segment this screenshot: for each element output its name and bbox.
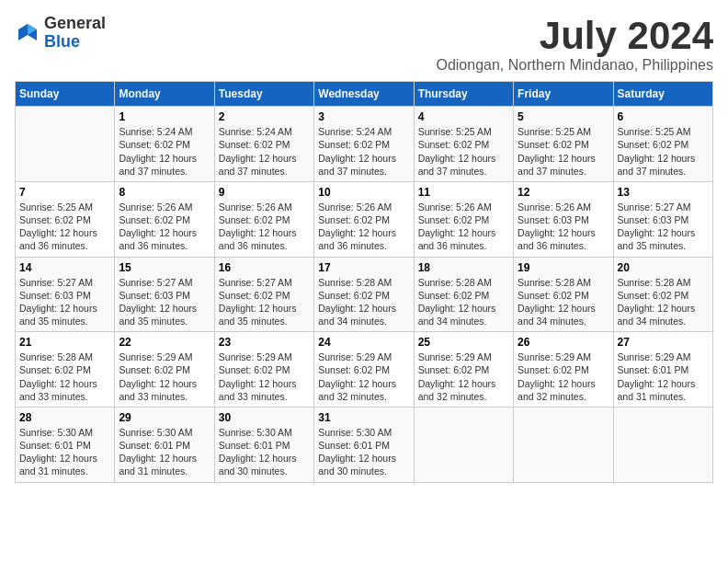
cell-content: Sunrise: 5:29 AM Sunset: 6:02 PM Dayligh… — [518, 350, 609, 403]
cell-content: Sunrise: 5:24 AM Sunset: 6:02 PM Dayligh… — [119, 125, 210, 178]
header-cell-friday: Friday — [514, 82, 613, 107]
calendar-cell: 14Sunrise: 5:27 AM Sunset: 6:03 PM Dayli… — [16, 257, 115, 332]
day-number: 7 — [19, 186, 110, 199]
cell-content: Sunrise: 5:26 AM Sunset: 6:02 PM Dayligh… — [318, 201, 409, 253]
header-cell-saturday: Saturday — [613, 82, 712, 107]
day-number: 17 — [318, 261, 409, 274]
day-number: 21 — [19, 336, 110, 349]
calendar-cell: 31Sunrise: 5:30 AM Sunset: 6:01 PM Dayli… — [314, 407, 414, 482]
day-number: 5 — [518, 110, 609, 123]
cell-content: Sunrise: 5:30 AM Sunset: 6:01 PM Dayligh… — [318, 426, 409, 478]
week-row: 1Sunrise: 5:24 AM Sunset: 6:02 PM Daylig… — [16, 107, 713, 182]
cell-content: Sunrise: 5:26 AM Sunset: 6:02 PM Dayligh… — [119, 201, 210, 253]
cell-content: Sunrise: 5:29 AM Sunset: 6:02 PM Dayligh… — [219, 350, 310, 403]
cell-content: Sunrise: 5:25 AM Sunset: 6:02 PM Dayligh… — [418, 125, 509, 178]
day-number: 1 — [119, 110, 210, 123]
calendar-cell: 27Sunrise: 5:29 AM Sunset: 6:01 PM Dayli… — [613, 332, 712, 408]
calendar-cell: 18Sunrise: 5:28 AM Sunset: 6:02 PM Dayli… — [414, 257, 513, 332]
calendar-cell: 22Sunrise: 5:29 AM Sunset: 6:02 PM Dayli… — [115, 332, 214, 408]
week-row: 14Sunrise: 5:27 AM Sunset: 6:03 PM Dayli… — [16, 257, 713, 332]
calendar-cell — [613, 407, 712, 482]
calendar-cell: 17Sunrise: 5:28 AM Sunset: 6:02 PM Dayli… — [314, 257, 414, 332]
day-number: 15 — [119, 261, 210, 274]
day-number: 28 — [19, 411, 110, 424]
calendar-cell: 2Sunrise: 5:24 AM Sunset: 6:02 PM Daylig… — [214, 107, 313, 182]
calendar-cell: 6Sunrise: 5:25 AM Sunset: 6:02 PM Daylig… — [613, 107, 712, 182]
calendar-cell: 12Sunrise: 5:26 AM Sunset: 6:03 PM Dayli… — [514, 181, 613, 257]
logo-text: General Blue — [44, 15, 106, 52]
cell-content: Sunrise: 5:28 AM Sunset: 6:02 PM Dayligh… — [318, 276, 409, 328]
calendar-cell: 5Sunrise: 5:25 AM Sunset: 6:02 PM Daylig… — [514, 107, 613, 182]
cell-content: Sunrise: 5:24 AM Sunset: 6:02 PM Dayligh… — [219, 125, 310, 178]
calendar-cell: 21Sunrise: 5:28 AM Sunset: 6:02 PM Dayli… — [16, 332, 115, 408]
day-number: 22 — [119, 336, 210, 349]
calendar-cell: 8Sunrise: 5:26 AM Sunset: 6:02 PM Daylig… — [115, 181, 214, 257]
week-row: 28Sunrise: 5:30 AM Sunset: 6:01 PM Dayli… — [16, 407, 713, 482]
day-number: 13 — [618, 186, 709, 199]
cell-content: Sunrise: 5:29 AM Sunset: 6:02 PM Dayligh… — [418, 350, 509, 403]
calendar-cell: 7Sunrise: 5:25 AM Sunset: 6:02 PM Daylig… — [16, 181, 115, 257]
calendar-cell: 25Sunrise: 5:29 AM Sunset: 6:02 PM Dayli… — [414, 332, 513, 408]
day-number: 24 — [318, 336, 409, 349]
day-number: 3 — [318, 110, 409, 123]
calendar-cell: 26Sunrise: 5:29 AM Sunset: 6:02 PM Dayli… — [514, 332, 613, 408]
header-cell-wednesday: Wednesday — [314, 82, 414, 107]
logo: General Blue — [15, 15, 106, 52]
cell-content: Sunrise: 5:25 AM Sunset: 6:02 PM Dayligh… — [518, 125, 609, 178]
cell-content: Sunrise: 5:28 AM Sunset: 6:02 PM Dayligh… — [618, 276, 709, 328]
calendar-cell: 15Sunrise: 5:27 AM Sunset: 6:03 PM Dayli… — [115, 257, 214, 332]
calendar-cell: 30Sunrise: 5:30 AM Sunset: 6:01 PM Dayli… — [214, 407, 313, 482]
cell-content: Sunrise: 5:28 AM Sunset: 6:02 PM Dayligh… — [418, 276, 509, 328]
day-number: 14 — [19, 261, 110, 274]
calendar-cell: 20Sunrise: 5:28 AM Sunset: 6:02 PM Dayli… — [613, 257, 712, 332]
cell-content: Sunrise: 5:27 AM Sunset: 6:03 PM Dayligh… — [119, 276, 210, 328]
logo-blue: Blue — [44, 33, 106, 52]
day-number: 31 — [318, 411, 409, 424]
header: General Blue July 2024 Odiongan, Norther… — [15, 15, 713, 74]
cell-content: Sunrise: 5:25 AM Sunset: 6:02 PM Dayligh… — [618, 125, 709, 178]
cell-content: Sunrise: 5:24 AM Sunset: 6:02 PM Dayligh… — [318, 125, 409, 178]
day-number: 4 — [418, 110, 509, 123]
calendar-cell: 19Sunrise: 5:28 AM Sunset: 6:02 PM Dayli… — [514, 257, 613, 332]
calendar-cell: 9Sunrise: 5:26 AM Sunset: 6:02 PM Daylig… — [214, 181, 313, 257]
day-number: 20 — [618, 261, 709, 274]
header-row: SundayMondayTuesdayWednesdayThursdayFrid… — [16, 82, 713, 107]
day-number: 29 — [119, 411, 210, 424]
calendar-cell: 28Sunrise: 5:30 AM Sunset: 6:01 PM Dayli… — [16, 407, 115, 482]
day-number: 6 — [618, 110, 709, 123]
cell-content: Sunrise: 5:30 AM Sunset: 6:01 PM Dayligh… — [19, 426, 110, 478]
calendar-cell — [414, 407, 513, 482]
calendar-cell: 29Sunrise: 5:30 AM Sunset: 6:01 PM Dayli… — [115, 407, 214, 482]
day-number: 26 — [518, 336, 609, 349]
title-area: July 2024 Odiongan, Northern Mindanao, P… — [436, 15, 713, 74]
calendar-cell: 10Sunrise: 5:26 AM Sunset: 6:02 PM Dayli… — [314, 181, 414, 257]
week-row: 7Sunrise: 5:25 AM Sunset: 6:02 PM Daylig… — [16, 181, 713, 257]
cell-content: Sunrise: 5:28 AM Sunset: 6:02 PM Dayligh… — [518, 276, 609, 328]
calendar-cell: 1Sunrise: 5:24 AM Sunset: 6:02 PM Daylig… — [115, 107, 214, 182]
cell-content: Sunrise: 5:27 AM Sunset: 6:02 PM Dayligh… — [219, 276, 310, 328]
cell-content: Sunrise: 5:25 AM Sunset: 6:02 PM Dayligh… — [19, 201, 110, 253]
cell-content: Sunrise: 5:28 AM Sunset: 6:02 PM Dayligh… — [19, 350, 110, 403]
main-title: July 2024 — [436, 15, 713, 57]
cell-content: Sunrise: 5:27 AM Sunset: 6:03 PM Dayligh… — [19, 276, 110, 328]
calendar-table: SundayMondayTuesdayWednesdayThursdayFrid… — [15, 81, 713, 482]
calendar-cell: 3Sunrise: 5:24 AM Sunset: 6:02 PM Daylig… — [314, 107, 414, 182]
day-number: 2 — [219, 110, 310, 123]
calendar-cell: 13Sunrise: 5:27 AM Sunset: 6:03 PM Dayli… — [613, 181, 712, 257]
day-number: 8 — [119, 186, 210, 199]
day-number: 10 — [318, 186, 409, 199]
cell-content: Sunrise: 5:30 AM Sunset: 6:01 PM Dayligh… — [219, 426, 310, 478]
header-cell-tuesday: Tuesday — [214, 82, 313, 107]
day-number: 16 — [219, 261, 310, 274]
calendar-cell — [16, 107, 115, 182]
day-number: 12 — [518, 186, 609, 199]
day-number: 25 — [418, 336, 509, 349]
day-number: 9 — [219, 186, 310, 199]
calendar-cell: 23Sunrise: 5:29 AM Sunset: 6:02 PM Dayli… — [214, 332, 313, 408]
logo-icon — [15, 20, 40, 46]
calendar-cell: 11Sunrise: 5:26 AM Sunset: 6:02 PM Dayli… — [414, 181, 513, 257]
cell-content: Sunrise: 5:26 AM Sunset: 6:02 PM Dayligh… — [219, 201, 310, 253]
cell-content: Sunrise: 5:27 AM Sunset: 6:03 PM Dayligh… — [618, 201, 709, 253]
calendar-cell — [514, 407, 613, 482]
calendar-cell: 4Sunrise: 5:25 AM Sunset: 6:02 PM Daylig… — [414, 107, 513, 182]
